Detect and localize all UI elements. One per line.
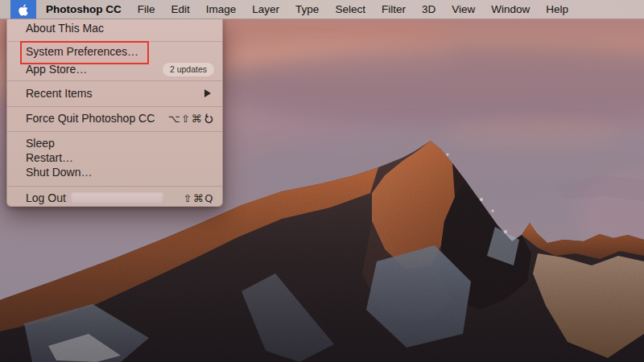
- menu-item-sleep[interactable]: Sleep: [7, 135, 222, 151]
- menu-bar-menus: File Edit Image Layer Type Select Filter…: [130, 3, 576, 15]
- menu-image[interactable]: Image: [198, 3, 245, 15]
- menu-select[interactable]: Select: [327, 3, 374, 15]
- menu-item-label: Log Out: [26, 191, 66, 204]
- menu-item-label: Recent Items: [26, 87, 92, 100]
- keyboard-shortcut: ⇧⌘Q: [183, 192, 214, 204]
- menu-bar: Photoshop CC File Edit Image Layer Type …: [0, 0, 644, 19]
- menu-view[interactable]: View: [444, 3, 483, 15]
- menu-item-system-preferences[interactable]: System Preferences…: [7, 43, 222, 60]
- menu-edit[interactable]: Edit: [163, 3, 198, 15]
- menu-item-label: Restart…: [26, 151, 73, 164]
- menu-item-label: System Preferences…: [26, 45, 138, 58]
- menu-item-log-out[interactable]: Log Out ⇧⌘Q: [7, 190, 222, 206]
- desktop-screen: Photoshop CC File Edit Image Layer Type …: [0, 0, 644, 362]
- apple-logo-icon: [18, 3, 29, 16]
- keyboard-shortcut: ⌥⇧⌘: [168, 113, 214, 125]
- menu-separator: [7, 80, 222, 81]
- menu-layer[interactable]: Layer: [244, 3, 287, 15]
- menu-window[interactable]: Window: [483, 3, 538, 15]
- active-app-menu[interactable]: Photoshop CC: [46, 3, 122, 15]
- menu-item-label: Sleep: [26, 137, 55, 150]
- menu-3d[interactable]: 3D: [414, 3, 444, 15]
- menu-item-shut-down[interactable]: Shut Down…: [7, 164, 222, 180]
- menu-help[interactable]: Help: [538, 3, 576, 15]
- updates-badge: 2 updates: [163, 63, 214, 76]
- menu-item-recent-items[interactable]: Recent Items: [7, 85, 222, 101]
- menu-item-label: Force Quit Photoshop CC: [26, 112, 155, 125]
- apple-menu-button[interactable]: [10, 0, 36, 19]
- menu-item-label: About This Mac: [26, 22, 104, 35]
- escape-key-icon: [204, 113, 214, 124]
- menu-separator: [7, 186, 222, 187]
- menu-separator: [7, 106, 222, 107]
- menu-item-app-store[interactable]: App Store… 2 updates: [7, 61, 222, 77]
- menu-item-restart[interactable]: Restart…: [7, 150, 222, 166]
- apple-menu-dropdown: About This Mac System Preferences… App S…: [6, 19, 223, 207]
- menu-item-label: Shut Down…: [26, 166, 92, 179]
- redacted-username: [71, 192, 163, 204]
- menu-file[interactable]: File: [130, 3, 163, 15]
- menu-item-force-quit[interactable]: Force Quit Photoshop CC ⌥⇧⌘: [7, 110, 222, 126]
- menu-separator: [7, 41, 222, 42]
- menu-filter[interactable]: Filter: [374, 3, 414, 15]
- menu-item-label: App Store…: [26, 63, 87, 76]
- menu-type[interactable]: Type: [287, 3, 327, 15]
- submenu-arrow-icon: [204, 89, 211, 97]
- menu-item-about-this-mac[interactable]: About This Mac: [7, 20, 222, 36]
- menu-separator: [7, 131, 222, 132]
